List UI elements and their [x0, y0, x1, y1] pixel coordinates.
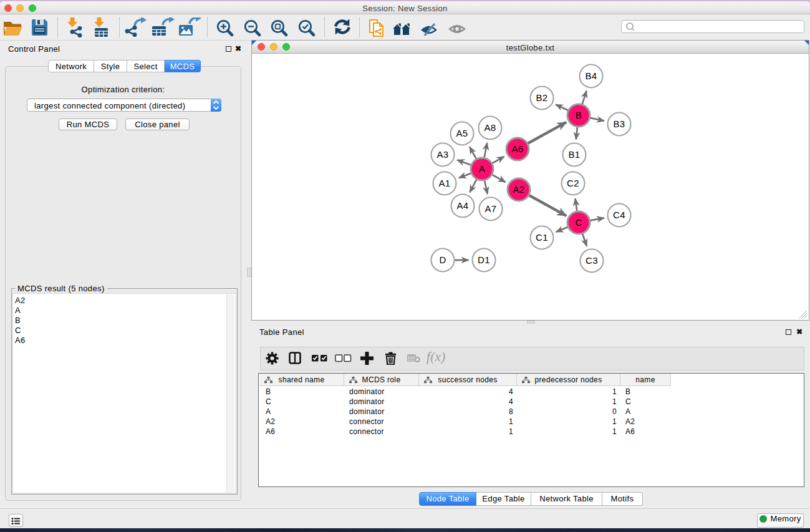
svg-text:B3: B3	[613, 118, 625, 129]
svg-text:B4: B4	[585, 70, 597, 81]
svg-text:f(x): f(x)	[427, 351, 446, 364]
svg-text:A2: A2	[513, 184, 524, 195]
svg-text:A4: A4	[456, 200, 468, 211]
svg-text:A8: A8	[484, 122, 496, 133]
svg-text:D1: D1	[478, 254, 490, 265]
svg-text:A3: A3	[436, 149, 448, 160]
svg-text:A6: A6	[511, 143, 523, 154]
svg-text:C1: C1	[536, 232, 548, 243]
svg-text:A1: A1	[438, 178, 450, 188]
svg-text:A5: A5	[456, 128, 468, 138]
svg-text:B2: B2	[536, 92, 547, 103]
svg-text:C2: C2	[567, 178, 579, 188]
svg-text:C4: C4	[613, 210, 625, 220]
svg-text:D: D	[439, 254, 446, 265]
svg-text:B1: B1	[568, 149, 580, 160]
svg-text:C: C	[575, 217, 582, 228]
svg-text:C3: C3	[586, 255, 598, 266]
svg-text:B: B	[576, 110, 582, 120]
svg-text:A: A	[479, 163, 485, 174]
svg-text:A7: A7	[485, 203, 496, 214]
